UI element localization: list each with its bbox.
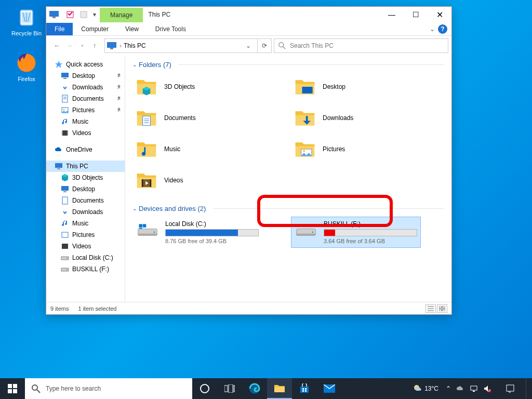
folder-pictures[interactable]: Pictures	[291, 135, 421, 163]
address-dropdown-icon[interactable]: ⌄	[246, 42, 255, 49]
search-placeholder: Search This PC	[290, 42, 334, 49]
video-icon	[61, 129, 69, 137]
folder-downloads[interactable]: Downloads	[291, 104, 421, 132]
tray-chevron-icon[interactable]: ⌃	[446, 385, 451, 392]
nav-qa-desktop[interactable]: Desktop	[46, 70, 125, 82]
start-button[interactable]	[0, 378, 25, 399]
svg-rect-20	[67, 130, 68, 136]
nav-pc-videos[interactable]: Videos	[46, 241, 125, 252]
qat-new-folder-icon[interactable]	[77, 8, 90, 21]
nav-onedrive[interactable]: OneDrive	[46, 144, 125, 155]
nav-forward-button[interactable]: →	[64, 40, 75, 51]
svg-rect-76	[471, 386, 477, 390]
ribbon-context-manage[interactable]: Manage	[100, 8, 143, 22]
drive-local-disk-c[interactable]: Local Disk (C:) 8.76 GB free of 39.4 GB	[132, 217, 262, 248]
view-tiles-button[interactable]	[437, 304, 447, 313]
qat-this-pc-icon[interactable]	[48, 8, 60, 21]
nav-pc-3dobjects[interactable]: 3D Objects	[46, 172, 125, 183]
navigation-pane: Quick access Desktop Downloads Documents…	[46, 56, 125, 302]
drive-free-text: 8.76 GB free of 39.4 GB	[165, 238, 259, 244]
section-folders-header[interactable]: ⌄Folders (7)	[132, 60, 444, 73]
svg-rect-7	[107, 42, 116, 48]
help-icon[interactable]: ?	[438, 24, 447, 34]
music-icon	[61, 219, 69, 228]
task-taskview-icon[interactable]	[217, 378, 242, 399]
tray-network-icon[interactable]	[470, 384, 478, 393]
nav-back-button[interactable]: ←	[51, 40, 63, 51]
nav-pc-music[interactable]: Music	[46, 218, 125, 229]
svg-rect-43	[138, 234, 157, 236]
desktop-icon-firefox[interactable]: Firefox	[7, 52, 46, 82]
close-button[interactable]: ✕	[428, 7, 451, 22]
nav-pc-pictures[interactable]: Pictures	[46, 229, 125, 241]
maximize-button[interactable]: ☐	[404, 7, 428, 22]
view-details-button[interactable]	[425, 304, 436, 313]
drive-buskill-f[interactable]: BUSKILL (F:) 3.64 GB free of 3.64 GB	[291, 217, 421, 248]
qat-dropdown-icon[interactable]: ▾	[91, 8, 98, 21]
tray-volume-icon[interactable]	[483, 384, 491, 393]
task-edge-icon[interactable]	[242, 378, 267, 399]
nav-pc-local-disk[interactable]: Local Disk (C:)	[46, 252, 125, 263]
svg-rect-6	[81, 11, 87, 18]
monitor-icon	[61, 72, 69, 80]
svg-line-63	[37, 390, 40, 393]
ribbon-tab-computer[interactable]: Computer	[73, 23, 117, 35]
monitor-icon	[61, 185, 69, 193]
svg-rect-45	[139, 224, 142, 227]
section-drives-header[interactable]: ⌄Devices and drives (2)	[132, 204, 444, 217]
nav-up-button[interactable]: ↑	[89, 40, 100, 51]
nav-qa-documents[interactable]: Documents	[46, 93, 125, 104]
folder-documents[interactable]: Documents	[132, 104, 262, 132]
weather-icon	[413, 384, 422, 393]
pin-icon	[116, 96, 122, 101]
task-cortana-icon[interactable]	[192, 378, 217, 399]
folder-3d-objects[interactable]: 3D Objects	[132, 73, 262, 101]
minimize-button[interactable]: —	[380, 7, 404, 22]
file-explorer-window: ▾ Manage This PC — ☐ ✕ File Computer Vie…	[46, 6, 452, 315]
tray-weather[interactable]: 13°C	[413, 384, 438, 393]
nav-pc-downloads[interactable]: Downloads	[46, 206, 125, 218]
show-desktop-button[interactable]	[526, 378, 529, 399]
ribbon-tab-drive-tools[interactable]: Drive Tools	[147, 23, 194, 35]
drive-name: Local Disk (C:)	[165, 220, 259, 228]
ribbon-tab-view[interactable]: View	[117, 23, 147, 35]
task-mail-icon[interactable]	[317, 378, 342, 399]
nav-qa-pictures[interactable]: Pictures	[46, 104, 125, 116]
nav-pc-documents[interactable]: Documents	[46, 195, 125, 206]
svg-rect-3	[49, 11, 59, 17]
task-store-icon[interactable]	[292, 378, 317, 399]
qat-properties-icon[interactable]	[64, 8, 76, 21]
tray-notifications-icon[interactable]	[499, 378, 522, 399]
nav-recent-dropdown[interactable]: ▾	[76, 40, 88, 51]
svg-point-64	[201, 384, 209, 393]
folder-desktop[interactable]: Desktop	[291, 73, 421, 101]
svg-rect-67	[234, 385, 235, 392]
folder-icon	[135, 169, 158, 192]
nav-qa-music[interactable]: Music	[46, 116, 125, 127]
svg-point-50	[312, 232, 313, 233]
tray-onedrive-icon[interactable]	[456, 384, 464, 393]
taskbar-search[interactable]: Type here to search	[25, 378, 192, 399]
ribbon-expand-icon[interactable]: ⌄	[430, 25, 435, 33]
nav-qa-videos[interactable]: Videos	[46, 127, 125, 139]
nav-this-pc[interactable]: This PC	[46, 161, 125, 172]
refresh-button[interactable]: ⟳	[257, 38, 272, 53]
nav-pc-desktop[interactable]: Desktop	[46, 183, 125, 195]
ribbon-tab-file[interactable]: File	[46, 23, 73, 35]
folder-videos[interactable]: Videos	[132, 166, 262, 194]
address-bar[interactable]: › This PC ⌄	[104, 38, 258, 53]
folder-music[interactable]: Music	[132, 135, 262, 163]
breadcrumb-chevron-icon[interactable]: ›	[119, 42, 122, 49]
folder-icon	[135, 138, 158, 161]
svg-rect-57	[443, 309, 445, 311]
nav-pc-buskill[interactable]: BUSKILL (F:)	[46, 263, 125, 275]
task-explorer-icon[interactable]	[267, 378, 292, 399]
svg-rect-69	[300, 387, 309, 393]
search-input[interactable]: Search This PC	[274, 38, 448, 53]
svg-point-44	[153, 232, 155, 233]
nav-quick-access[interactable]: Quick access	[46, 59, 125, 70]
svg-rect-12	[63, 78, 66, 79]
nav-qa-downloads[interactable]: Downloads	[46, 82, 125, 93]
svg-rect-72	[302, 390, 304, 392]
desktop-icon-recycle-bin[interactable]: Recycle Bin	[7, 6, 46, 36]
